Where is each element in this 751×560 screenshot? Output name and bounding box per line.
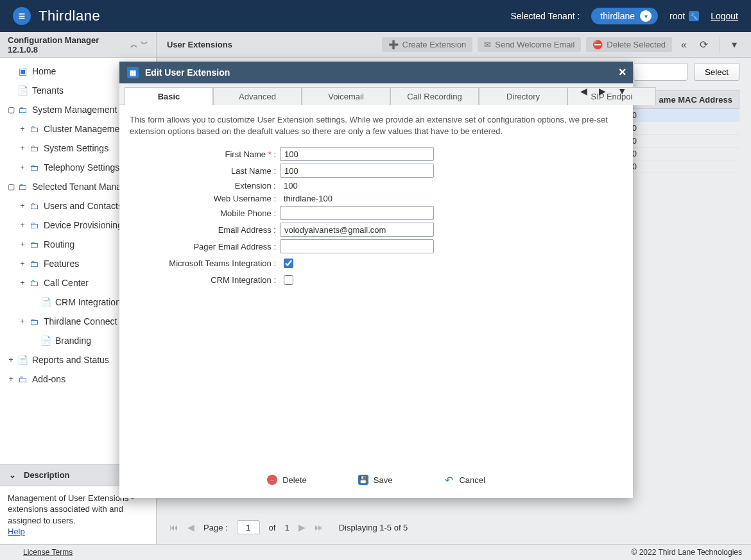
minus-icon[interactable]: ▢ xyxy=(6,105,15,114)
topbar: ≡ Thirdlane Selected Tenant : thirdlane … xyxy=(0,0,751,32)
tenant-name: thirdlane xyxy=(600,11,635,21)
col-header-mac: ame MAC Address xyxy=(659,95,732,105)
cm-title: Configuration Manager 12.1.0.8 xyxy=(8,35,130,55)
teams-label: Microsoft Teams Integration : xyxy=(130,259,280,268)
plus-icon[interactable]: + xyxy=(6,375,15,384)
user-box[interactable]: root 🔧 xyxy=(669,11,699,21)
modal-description: This form allows you to customize User E… xyxy=(130,114,623,137)
chevron-down-icon[interactable]: ⌄ xyxy=(9,470,16,480)
teams-checkbox[interactable] xyxy=(284,259,293,268)
send-welcome-button[interactable]: ✉ Send Welcome Email xyxy=(478,37,581,52)
plus-icon[interactable]: + xyxy=(18,278,27,287)
selected-tenant-label: Selected Tenant : xyxy=(510,11,580,21)
help-link[interactable]: Help xyxy=(8,527,25,536)
page-title: User Extensions xyxy=(167,40,232,49)
minus-icon[interactable]: ▢ xyxy=(6,182,15,191)
last-name-label: Last Name : xyxy=(130,166,280,176)
caret-down-icon[interactable]: ▾ xyxy=(728,36,741,53)
plus-icon[interactable]: + xyxy=(18,221,27,230)
prev-page-icon[interactable]: ◀ xyxy=(187,522,194,532)
logout-link[interactable]: Logout xyxy=(711,11,738,21)
plus-icon[interactable]: + xyxy=(18,124,27,133)
refresh-icon[interactable]: ⟳ xyxy=(696,36,712,53)
next-page-icon[interactable]: ▶ xyxy=(298,522,306,532)
logo-icon: ≡ xyxy=(13,7,31,25)
last-page-icon[interactable]: ⏭ xyxy=(315,522,324,532)
plus-icon[interactable]: + xyxy=(18,317,27,326)
tab-advanced[interactable]: Advanced xyxy=(213,87,302,105)
pager-email-input[interactable] xyxy=(280,239,434,253)
filter-input[interactable] xyxy=(634,63,687,81)
divider xyxy=(720,37,720,53)
folder-icon: 🗀 xyxy=(17,374,28,384)
edit-extension-modal: ▦ Edit User Extension ✕ Basic Advanced V… xyxy=(119,62,633,498)
folder-icon: 🗀 xyxy=(28,162,40,173)
plus-icon[interactable]: + xyxy=(18,163,27,172)
tenants-icon: 📄 xyxy=(17,85,28,96)
email-label: Email Address : xyxy=(130,225,280,235)
window-icon: ▦ xyxy=(127,67,139,78)
delete-button[interactable]: − Delete xyxy=(267,475,307,485)
plus-icon[interactable]: + xyxy=(6,355,15,364)
folder-icon: 🗀 xyxy=(28,220,40,230)
home-icon: ▣ xyxy=(17,66,28,76)
chevron-down-icon: ▾ xyxy=(640,10,652,22)
brand: Thirdlane xyxy=(39,8,100,24)
plus-icon[interactable]: + xyxy=(18,201,27,210)
pager: ⏮ ◀ Page : of 1 ▶ ⏭ Displaying 1-5 of 5 xyxy=(166,516,739,539)
last-name-input[interactable] xyxy=(280,164,434,178)
folder-icon: 🗀 xyxy=(28,143,40,153)
plus-circle-icon: ➕ xyxy=(388,40,399,49)
plus-icon[interactable]: + xyxy=(18,240,27,249)
folder-icon: 🗀 xyxy=(28,259,40,269)
first-name-input[interactable] xyxy=(280,147,434,161)
tab-dropdown-icon[interactable]: ▼ xyxy=(617,86,626,96)
email-input[interactable] xyxy=(280,223,434,237)
license-link[interactable]: License Terms xyxy=(23,548,73,557)
save-icon: 💾 xyxy=(358,475,368,485)
pager-email-label: Pager Email Address : xyxy=(130,242,280,251)
mail-icon: ✉ xyxy=(484,40,491,49)
create-extension-button[interactable]: ➕ Create Extension xyxy=(382,37,473,52)
chevron-left-icon[interactable]: « xyxy=(677,37,691,53)
extension-value: 100 xyxy=(284,181,298,191)
delete-icon: − xyxy=(267,475,277,485)
expand-down-icon[interactable]: ︾ xyxy=(141,39,148,50)
mobile-phone-label: Mobile Phone : xyxy=(130,208,280,218)
folder-icon: 🗀 xyxy=(28,239,40,250)
tab-voicemail[interactable]: Voicemail xyxy=(302,87,390,105)
tab-scroll-right-icon[interactable]: ▶ xyxy=(599,86,606,96)
save-button[interactable]: 💾 Save xyxy=(358,475,393,485)
folder-icon: 🗀 xyxy=(17,182,28,192)
crm-label: CRM Integration : xyxy=(130,275,280,285)
folder-icon: 🗀 xyxy=(28,316,40,327)
page-icon: 📄 xyxy=(40,335,51,346)
plus-icon[interactable]: + xyxy=(18,144,27,153)
select-button[interactable]: Select xyxy=(694,63,739,81)
page-input[interactable] xyxy=(237,520,260,534)
extension-label: Extension : xyxy=(130,181,280,191)
modal-tabs: Basic Advanced Voicemail Call Recording … xyxy=(119,83,633,105)
close-icon[interactable]: ✕ xyxy=(618,66,626,78)
total-pages: 1 xyxy=(284,523,289,532)
page-label: Page : xyxy=(203,523,228,532)
modal-footer: − Delete 💾 Save ↶ Cancel xyxy=(119,468,633,498)
tab-basic[interactable]: Basic xyxy=(125,87,213,105)
tab-call-recording[interactable]: Call Recording xyxy=(390,87,479,105)
folder-icon: 🗀 xyxy=(28,124,40,134)
plus-icon[interactable]: + xyxy=(18,259,27,268)
modal-body: This form allows you to customize User E… xyxy=(119,105,633,468)
user-label: root xyxy=(669,11,685,21)
first-page-icon[interactable]: ⏮ xyxy=(169,522,178,532)
copyright: © 2022 Third Lane Technologies xyxy=(631,548,742,557)
description-header: Description xyxy=(24,470,70,480)
tab-scroll-left-icon[interactable]: ◀ xyxy=(580,86,587,96)
tenant-pill[interactable]: thirdlane ▾ xyxy=(591,8,658,24)
folder-icon: 🗀 xyxy=(28,201,40,211)
tab-directory[interactable]: Directory xyxy=(479,87,567,105)
cancel-button[interactable]: ↶ Cancel xyxy=(444,475,485,485)
mobile-phone-input[interactable] xyxy=(280,206,434,220)
delete-selected-button[interactable]: ⛔ Delete Selected xyxy=(586,37,672,52)
collapse-up-icon[interactable]: ︽ xyxy=(130,39,138,50)
crm-checkbox[interactable] xyxy=(284,275,293,285)
